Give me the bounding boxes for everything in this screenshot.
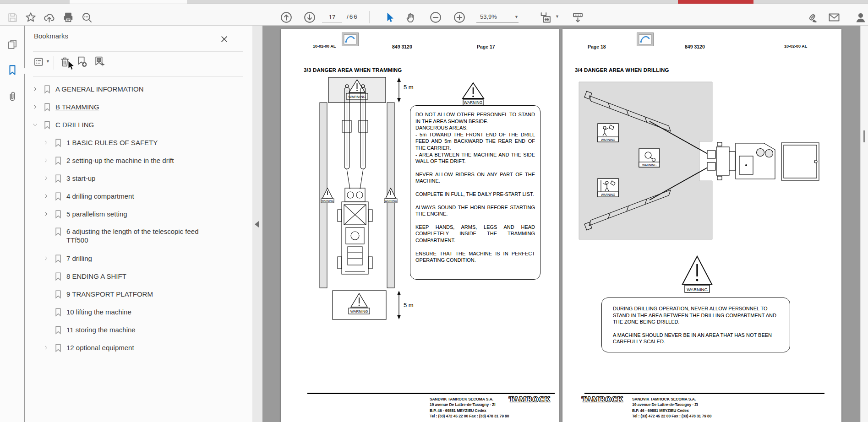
bookmark-item[interactable]: 4 drilling compartment (25, 187, 252, 205)
chevron-right-icon[interactable] (42, 139, 49, 146)
window-tabs-strip (0, 0, 868, 4)
bookmark-label[interactable]: 7 drilling (66, 254, 98, 263)
bookmark-icon (54, 254, 62, 263)
chevron-right-icon[interactable] (42, 157, 49, 164)
zoom-level-control[interactable]: 53,9% ▼ (476, 11, 519, 23)
hand-tool-button[interactable] (404, 11, 418, 24)
pdf-page-18: Page 18 849 3120 10-02-00 AL 3/4 DANGER … (562, 29, 841, 422)
main-toolbar: /66 53,9% ▼ ▼ (0, 4, 868, 26)
panel-close-button[interactable] (219, 34, 229, 44)
bookmark-label[interactable]: 4 drilling compartment (66, 192, 141, 200)
zoom-in-button[interactable] (453, 11, 466, 24)
navigation-rail (0, 26, 24, 422)
save-button[interactable] (5, 11, 19, 24)
bookmark-options-caret-icon[interactable]: ▼ (46, 59, 50, 64)
zoom-level-value[interactable]: 53,9% (476, 13, 514, 20)
bookmark-item[interactable]: 9 TRANSPORT PLATFORM (25, 285, 252, 303)
page-number-input[interactable] (322, 12, 342, 22)
chevron-right-icon[interactable] (42, 211, 49, 218)
chevron-right-icon[interactable] (31, 103, 38, 111)
bookmark-item[interactable]: 3 start-up (25, 169, 252, 187)
bookmark-label[interactable]: A GENERAL INFORMATION (55, 85, 150, 93)
active-document-tab[interactable] (70, 0, 187, 4)
chevron-right-icon[interactable] (42, 193, 49, 200)
footer-rule (584, 393, 824, 394)
previous-page-button[interactable] (279, 11, 293, 24)
footer-line: B.P. 46 - 69881 MEYZIEU Cedex (430, 408, 509, 413)
fit-width-button[interactable] (539, 11, 552, 24)
star-favorite-button[interactable] (24, 11, 38, 24)
vertical-scrollbar[interactable] (860, 26, 868, 422)
next-page-button[interactable] (303, 11, 317, 24)
select-tool-button[interactable] (383, 11, 397, 24)
bookmark-item[interactable]: 1 BASIC RULES OF SAFETY (25, 134, 252, 151)
page-label: Page 17 (477, 44, 495, 49)
bookmark-label[interactable]: 1 BASIC RULES OF SAFETY (66, 138, 164, 147)
bookmark-item[interactable]: 5 parallelism setting (25, 205, 252, 223)
bookmark-icon (54, 343, 62, 352)
bookmark-label[interactable]: 10 lifting the machine (66, 308, 138, 316)
footer-line: B.P. 46 - 69881 MEYZIEU Cedex (632, 408, 711, 413)
footer-line: SANDVIK TAMROCK SECOMA S.A. (632, 396, 711, 402)
bookmark-item[interactable]: 6 adjusting the length of the telescopic… (25, 223, 252, 249)
bookmark-label[interactable]: 9 TRANSPORT PLATFORM (66, 290, 159, 298)
panel-resize-gutter[interactable] (252, 26, 262, 422)
bookmark-label[interactable]: 11 storing the machine (66, 325, 142, 334)
footer-line: 19 avenue De Lattre-de-Tassigny - ZI (632, 402, 711, 407)
doc-number: 849 3120 (685, 44, 705, 49)
footer-line: SANDVIK TAMROCK SECOMA S.A. (430, 396, 509, 402)
bookmark-label[interactable]: 8 ENDING A SHIFT (66, 272, 133, 281)
bookmark-icon (54, 210, 62, 219)
doc-number: 849 3120 (392, 44, 412, 49)
user-account-button[interactable] (854, 11, 868, 24)
bookmark-label[interactable]: 3 start-up (66, 174, 102, 183)
bookmarks-panel: Bookmarks ▼ A GENERAL INFORMATION B TRAM… (25, 26, 252, 422)
bookmark-item[interactable]: C DRILLING (25, 116, 252, 134)
bookmark-options-button[interactable] (32, 55, 45, 69)
fit-dropdown-caret-icon[interactable]: ▼ (555, 14, 559, 19)
bookmark-label[interactable]: C DRILLING (55, 120, 100, 129)
chevron-right-icon[interactable] (42, 344, 49, 352)
bookmark-item[interactable]: 10 lifting the machine (25, 303, 252, 321)
share-link-button[interactable] (805, 11, 819, 24)
collapse-panel-arrow-icon[interactable] (255, 221, 259, 227)
safety-notice-box: DURING DRILLING OPERATION, NEVER ALLOW P… (601, 298, 790, 352)
chevron-down-icon[interactable] (31, 121, 38, 129)
page-label: Page 18 (588, 44, 606, 49)
bookmark-item[interactable]: 11 storing the machine (25, 321, 252, 339)
zoom-dropdown-caret-icon[interactable]: ▼ (514, 15, 519, 19)
bookmark-label[interactable]: 6 adjusting the length of the telescopic… (66, 227, 218, 244)
chevron-right-icon[interactable] (42, 175, 49, 182)
collapse-toolbar-button[interactable] (571, 11, 584, 24)
expand-current-bookmark-button[interactable] (93, 55, 106, 69)
dimension-label-top: 5 m (404, 84, 414, 91)
chevron-right-icon[interactable] (31, 86, 38, 93)
page-thumbnails-panel-button[interactable] (6, 38, 18, 50)
bookmark-item[interactable]: B TRAMMING (25, 98, 252, 116)
panel-divider (33, 51, 243, 52)
scrollbar-thumb[interactable] (863, 130, 865, 142)
email-button[interactable] (827, 11, 841, 24)
attachments-panel-button[interactable] (6, 91, 18, 103)
notice-paragraph: ENSURE THAT THE MACHINE IS IN PERFECT OP… (415, 250, 535, 264)
bookmark-label[interactable]: 5 parallelism setting (66, 210, 134, 218)
share-cloud-upload-button[interactable] (42, 11, 56, 24)
bookmark-item[interactable]: 8 ENDING A SHIFT (25, 267, 252, 285)
zoom-out-button[interactable] (429, 11, 442, 24)
pdf-page-17: 10-02-00 AL 849 3120 Page 17 3/3 DANGER … (281, 29, 559, 422)
add-bookmark-button[interactable] (75, 55, 88, 69)
print-button[interactable] (61, 11, 75, 24)
chevron-right-icon[interactable] (42, 255, 49, 262)
bookmark-label[interactable]: B TRAMMING (55, 103, 106, 111)
bookmark-item[interactable]: A GENERAL INFORMATION (25, 80, 252, 98)
bookmark-icon (54, 227, 62, 236)
bookmark-item[interactable]: 2 setting-up the machine in the drift (25, 151, 252, 169)
search-button[interactable] (80, 11, 93, 24)
tamrock-logo: TAMROCK (509, 395, 551, 404)
bookmark-label[interactable]: 2 setting-up the machine in the drift (66, 156, 180, 165)
bookmark-label[interactable]: 12 optional equipment (66, 343, 141, 352)
safety-notice-box: DO NOT ALLOW OTHER PERSONNEL TO STAND IN… (410, 105, 540, 280)
bookmarks-panel-button[interactable] (6, 64, 18, 76)
bookmark-item[interactable]: 7 drilling (25, 249, 252, 267)
bookmark-item[interactable]: 12 optional equipment (25, 339, 252, 357)
